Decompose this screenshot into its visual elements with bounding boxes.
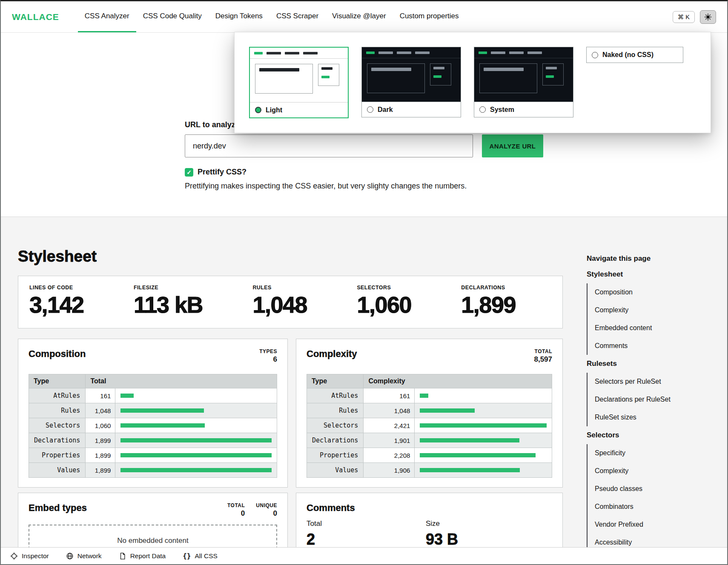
- report-data-tab[interactable]: Report Data: [119, 552, 166, 560]
- page-nav-link[interactable]: Comments: [595, 342, 628, 350]
- url-input[interactable]: [185, 134, 473, 157]
- stat-rules: RULES 1,048: [252, 285, 307, 320]
- page-title: Stylesheet: [18, 248, 563, 265]
- table-row: AtRules 161: [307, 388, 552, 403]
- preview-line: [484, 68, 524, 71]
- page-nav-link[interactable]: Rulesets: [587, 360, 617, 368]
- nav-custom-properties[interactable]: Custom properties: [393, 1, 466, 32]
- wallace-logo[interactable]: WALLACE: [12, 12, 59, 22]
- url-row: ANALYZE URL: [185, 134, 543, 157]
- card-meta: TYPES 6: [259, 348, 277, 364]
- row-type: Rules: [307, 403, 364, 418]
- preview-navbar: [362, 47, 461, 58]
- preview-chip: [479, 51, 487, 54]
- table-row: Selectors 1,060: [29, 418, 277, 433]
- preview-line: [433, 75, 441, 78]
- page-nav-link[interactable]: Vendor Prefixed: [595, 521, 643, 528]
- table-row: Declarations 1,901: [307, 433, 552, 448]
- nav-visualize-layer[interactable]: Visualize @layer: [325, 1, 393, 32]
- complexity-card: Complexity TOTAL 8,597 Type Complexity: [296, 339, 563, 488]
- row-type: Properties: [307, 448, 364, 463]
- row-value: 161: [86, 388, 115, 403]
- page-nav-group: Composition Complexity Embedded content …: [587, 283, 710, 355]
- nav-design-tokens[interactable]: Design Tokens: [209, 1, 269, 32]
- command-k-button[interactable]: ⌘ K: [673, 11, 695, 23]
- preview-chip: [366, 51, 375, 54]
- page-nav-link[interactable]: Complexity: [595, 306, 628, 314]
- radio-naked-icon[interactable]: [592, 52, 598, 58]
- preview-chip: [527, 51, 542, 54]
- report-cards-grid: Composition TYPES 6 Type Total: [18, 339, 563, 547]
- report-main: Stylesheet LINES OF CODE 3,142 FILESIZE …: [18, 248, 563, 547]
- theme-option-naked[interactable]: Naked (no CSS): [586, 47, 683, 63]
- meta-label: TYPES: [259, 348, 277, 354]
- row-value: 1,899: [86, 463, 115, 478]
- page-nav-title: Navigate this page: [587, 254, 710, 263]
- value-bar: [120, 438, 272, 442]
- theme-option-label-row: System: [474, 102, 573, 117]
- preview-button-box: [318, 64, 339, 86]
- preview-chip: [397, 51, 411, 54]
- page-nav-link[interactable]: Embedded content: [595, 324, 652, 332]
- dark-theme-preview: [362, 47, 461, 102]
- page-nav-link[interactable]: Composition: [595, 288, 633, 296]
- top-nav: WALLACE CSS Analyzer CSS Code Quality De…: [1, 1, 727, 33]
- preview-body: [250, 59, 348, 99]
- radio-system-icon[interactable]: [479, 106, 486, 113]
- network-tab[interactable]: Network: [66, 552, 102, 560]
- page-nav-link[interactable]: RuleSet sizes: [595, 414, 636, 421]
- theme-option-label-row: Light: [250, 102, 348, 117]
- row-value: 161: [364, 388, 415, 403]
- nav-css-scraper[interactable]: CSS Scraper: [269, 1, 325, 32]
- table-row: Selectors 2,421: [307, 418, 552, 433]
- card-header: Comments: [307, 502, 552, 514]
- page-nav-link[interactable]: Specificity: [595, 449, 625, 457]
- nav-css-analyzer[interactable]: CSS Analyzer: [78, 1, 136, 32]
- prettify-checkbox-checked-icon[interactable]: [185, 168, 193, 177]
- card-title: Embed types: [29, 502, 87, 514]
- page-nav-link[interactable]: Declarations per RuleSet: [595, 396, 671, 403]
- preview-chip: [509, 51, 524, 54]
- page-nav-link[interactable]: Combinators: [595, 503, 633, 511]
- page-nav-link[interactable]: Selectors: [587, 431, 619, 439]
- row-value: 1,060: [86, 418, 115, 433]
- preview-chip: [285, 52, 299, 54]
- card-title: Comments: [307, 502, 355, 514]
- radio-dark-icon[interactable]: [367, 106, 373, 113]
- analyze-url-button[interactable]: ANALYZE URL: [482, 134, 543, 157]
- page-nav-link[interactable]: Stylesheet: [587, 270, 623, 279]
- meta-total: TOTAL 0: [227, 502, 245, 518]
- radio-light-icon[interactable]: [255, 107, 261, 113]
- preview-line: [433, 67, 444, 69]
- theme-option-dark[interactable]: Dark: [361, 47, 461, 117]
- page-nav-section-stylesheet: Stylesheet: [587, 265, 710, 283]
- list-item: Complexity: [595, 301, 710, 319]
- meta-unique: UNIQUE 0: [256, 502, 277, 518]
- value-bar: [120, 468, 272, 472]
- theme-option-light[interactable]: Light: [249, 47, 349, 118]
- card-header: Complexity TOTAL 8,597: [307, 348, 552, 364]
- network-icon: [66, 552, 74, 560]
- nav-css-code-quality[interactable]: CSS Code Quality: [136, 1, 209, 32]
- all-css-tab[interactable]: {} All CSS: [183, 552, 218, 560]
- prettify-help-text: Prettifying makes inspecting the CSS eas…: [185, 182, 543, 191]
- inspector-tab[interactable]: Inspector: [10, 552, 49, 560]
- table-row: Rules 1,048: [29, 403, 277, 418]
- value-bar: [420, 423, 547, 428]
- page-nav-link[interactable]: Pseudo classes: [595, 485, 642, 493]
- meta-value: 8,597: [534, 355, 552, 364]
- page-nav-link[interactable]: Selectors per RuleSet: [595, 378, 661, 385]
- preview-line: [321, 76, 330, 78]
- card-header: Embed types TOTAL 0 UNIQUE 0: [29, 502, 277, 518]
- table-header-row: Type Complexity: [307, 374, 552, 388]
- page-nav-link[interactable]: Complexity: [595, 467, 628, 475]
- list-item: Composition: [595, 283, 710, 301]
- page-nav-link[interactable]: Accessibility: [595, 539, 632, 546]
- page-nav-section-selectors: Selectors: [587, 426, 710, 444]
- theme-toggle-button[interactable]: [700, 10, 716, 24]
- value-bar: [120, 423, 205, 428]
- bottom-toolbar: Inspector Network Report Data {}: [1, 547, 727, 564]
- theme-option-system[interactable]: System: [474, 47, 573, 117]
- prettify-label: Prettify CSS?: [198, 168, 246, 177]
- value-bar: [420, 408, 475, 413]
